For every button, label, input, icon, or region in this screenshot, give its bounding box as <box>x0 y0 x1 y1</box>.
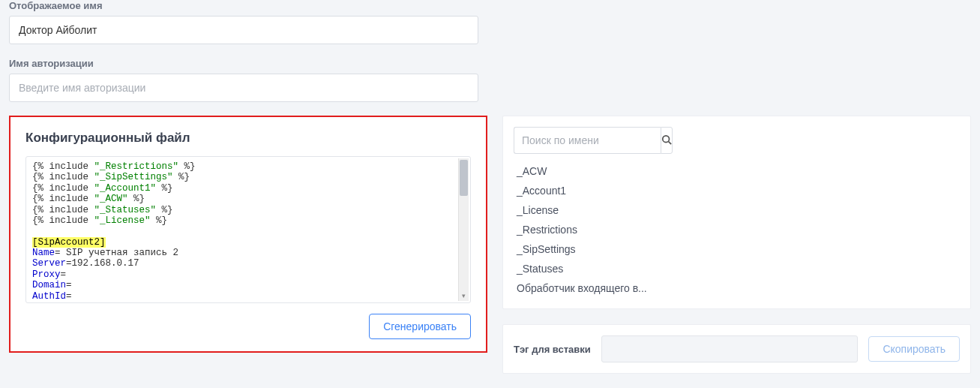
tag-insert-label: Тэг для вставки <box>514 344 591 355</box>
auth-name-input[interactable] <box>9 74 478 102</box>
list-item[interactable]: _Account1 <box>514 181 655 200</box>
search-button[interactable] <box>661 127 673 154</box>
list-item[interactable]: _Restrictions <box>514 220 655 239</box>
svg-line-1 <box>669 141 672 144</box>
auth-name-label: Имя авторизации <box>9 58 971 69</box>
list-item[interactable]: _Statuses <box>514 259 655 278</box>
search-icon <box>661 134 672 147</box>
scrollbar[interactable]: ▾ <box>458 158 469 301</box>
includes-list: _ACW_Account1_License_Restrictions_SipSe… <box>514 161 655 298</box>
config-file-panel: Конфигурационный файл {% include "_Restr… <box>9 116 487 353</box>
generate-button[interactable]: Сгенерировать <box>369 314 471 339</box>
list-item[interactable]: _SipSettings <box>514 239 655 259</box>
scrollbar-down-arrow[interactable]: ▾ <box>459 290 469 301</box>
search-input[interactable] <box>514 127 661 154</box>
config-file-title: Конфигурационный файл <box>25 131 471 146</box>
display-name-label: Отображаемое имя <box>9 0 971 11</box>
tag-insert-input[interactable] <box>601 335 859 362</box>
copy-button[interactable]: Скопировать <box>868 336 960 362</box>
svg-point-0 <box>663 135 670 142</box>
includes-panel: _ACW_Account1_License_Restrictions_SipSe… <box>502 116 971 309</box>
config-code-editor[interactable]: {% include "_Restrictions" %} {% include… <box>26 157 470 302</box>
list-item[interactable]: _License <box>514 200 655 220</box>
display-name-input[interactable] <box>9 16 478 44</box>
list-item[interactable]: Обработчик входящего в... <box>514 278 655 298</box>
scrollbar-thumb[interactable] <box>460 160 468 196</box>
tag-insert-panel: Тэг для вставки Скопировать <box>502 324 971 374</box>
list-item[interactable]: _ACW <box>514 161 655 181</box>
